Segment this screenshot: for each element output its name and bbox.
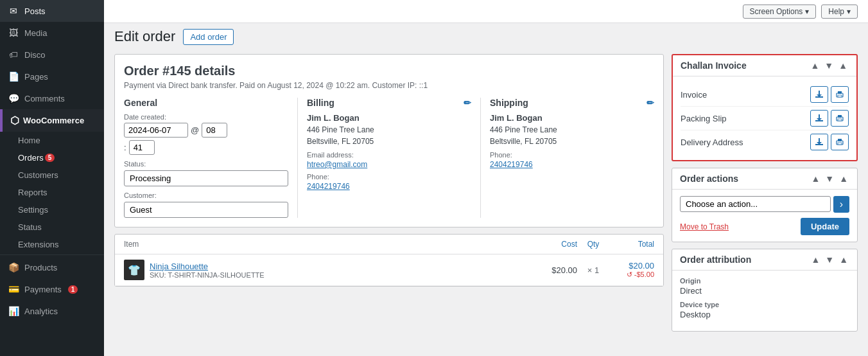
sidebar-item-woo-home[interactable]: Home (0, 132, 104, 149)
analytics-icon: 📊 (8, 305, 19, 317)
date-input[interactable] (124, 123, 188, 138)
woocommerce-header[interactable]: ⬡ WooCommerce (0, 109, 104, 132)
items-table-header: Item Cost Qty Total (115, 235, 663, 254)
delivery-download-button[interactable] (810, 134, 828, 150)
shipping-edit-icon[interactable]: ✏ (647, 98, 654, 108)
sidebar-item-woo-orders[interactable]: Orders 5 (0, 149, 104, 166)
orders-badge: 5 (45, 154, 55, 162)
order-actions-down-button[interactable]: ▼ (824, 174, 835, 184)
packing-print-button[interactable] (831, 110, 849, 127)
col-cost: Cost (532, 240, 577, 249)
order-attribution-header-btns: ▲ ▼ ▲ (810, 254, 849, 265)
customer-select[interactable]: Guest (124, 202, 288, 218)
challan-collapse-up-button[interactable]: ▲ (809, 60, 820, 71)
at-symbol: @ (191, 125, 199, 135)
item-sku: SKU: T-SHIRT-NINJA-SILHOUETTE (150, 271, 532, 279)
challan-toggle-button[interactable]: ▲ (837, 60, 849, 71)
status-select[interactable]: Processing Pending payment On hold Compl… (124, 170, 288, 186)
sidebar-item-woo-reports[interactable]: Reports (0, 184, 104, 201)
item-total-discount: ↺ -$5.00 (609, 271, 654, 279)
time-minute-row: : (124, 140, 288, 155)
origin-row: Origin Direct (680, 277, 849, 296)
help-button[interactable]: Help ▾ (821, 4, 858, 19)
sidebar-item-analytics[interactable]: 📊 Analytics (0, 300, 104, 322)
move-to-trash-link[interactable]: Move to Trash (680, 222, 729, 231)
origin-label: Origin (680, 277, 849, 285)
action-go-button[interactable]: › (833, 196, 849, 213)
svg-rect-4 (838, 91, 842, 94)
challan-invoice-body: Invoice (673, 76, 856, 160)
sidebar-item-woo-settings[interactable]: Settings (0, 201, 104, 218)
device-row: Device type Desktop (680, 301, 849, 319)
challan-collapse-down-button[interactable]: ▼ (823, 60, 835, 71)
print-icon (835, 90, 844, 99)
origin-value: Direct (680, 286, 849, 296)
billing-phone[interactable]: 2404219746 (307, 182, 471, 191)
billing-name: Jim L. Bogan (307, 113, 471, 123)
item-name[interactable]: Ninja Silhouette (150, 262, 532, 271)
customer-label: Customer: (124, 191, 288, 199)
item-cost: $20.00 (532, 265, 577, 275)
sidebar-section-bottom: 📦 Products 💳 Payments 1 📊 Analytics (0, 254, 104, 322)
attribution-toggle-button[interactable]: ▲ (838, 254, 849, 265)
table-row: 👕 Ninja Silhouette SKU: T-SHIRT-NINJA-SI… (115, 254, 663, 286)
attribution-up-button[interactable]: ▲ (810, 254, 821, 265)
svg-rect-7 (819, 114, 820, 119)
shipping-phone-label: Phone: (490, 151, 654, 159)
action-select-row: Choose an action... Email invoice / orde… (680, 196, 849, 213)
sidebar-item-disco[interactable]: 🏷 Disco (0, 44, 104, 66)
sidebar-item-woo-status[interactable]: Status (0, 218, 104, 236)
sidebar-item-woo-customers[interactable]: Customers (0, 166, 104, 184)
invoice-download-button[interactable] (810, 86, 828, 103)
billing-edit-icon[interactable]: ✏ (464, 98, 471, 108)
billing-email[interactable]: htreo@gmail.com (307, 160, 471, 169)
billing-phone-label: Phone: (307, 173, 471, 181)
shipping-name: Jim L. Bogan (490, 113, 654, 123)
sidebar-item-media[interactable]: 🖼 Media (0, 22, 104, 44)
svg-rect-5 (838, 95, 842, 97)
print-icon (835, 138, 844, 147)
shipping-section: Shipping ✏ Jim L. Bogan 446 Pine Tree La… (480, 98, 654, 218)
update-button[interactable]: Update (801, 218, 849, 235)
disco-icon: 🏷 (8, 49, 19, 60)
svg-rect-11 (838, 119, 842, 121)
delivery-print-button[interactable] (831, 134, 849, 150)
download-icon (815, 138, 824, 147)
order-actions-up-button[interactable]: ▲ (810, 174, 821, 184)
action-select[interactable]: Choose an action... Email invoice / orde… (680, 196, 831, 212)
order-actions-header: Order actions ▲ ▼ ▲ (672, 168, 857, 190)
time-hour-input[interactable] (202, 123, 227, 138)
date-field-row: @ (124, 123, 288, 138)
order-attribution-box: Order attribution ▲ ▼ ▲ Origin Direct De… (672, 249, 858, 332)
update-row: Move to Trash Update (680, 218, 849, 235)
sidebar-item-woo-extensions[interactable]: Extensions (0, 236, 104, 253)
sidebar-item-pages[interactable]: 📄 Pages (0, 66, 104, 87)
delivery-address-buttons (810, 134, 849, 150)
svg-rect-13 (819, 138, 820, 143)
billing-section: Billing ✏ Jim L. Bogan 446 Pine Tree Lan… (297, 98, 480, 218)
order-attribution-header: Order attribution ▲ ▼ ▲ (672, 249, 857, 271)
item-qty: × 1 (577, 265, 609, 275)
page-header: Edit order Add order (104, 23, 868, 48)
item-total: $20.00 ↺ -$5.00 (609, 261, 654, 279)
screen-options-button[interactable]: Screen Options ▾ (743, 4, 817, 19)
challan-invoice-box: Challan Invoice ▲ ▼ ▲ Invoice (672, 54, 858, 161)
packing-download-button[interactable] (810, 110, 828, 127)
download-icon (815, 90, 824, 99)
sidebar-item-comments[interactable]: 💬 Comments (0, 87, 104, 109)
order-actions-toggle-button[interactable]: ▲ (838, 174, 849, 184)
time-minute-input[interactable] (129, 140, 155, 155)
add-order-button[interactable]: Add order (183, 29, 234, 45)
topbar: Screen Options ▾ Help ▾ (104, 0, 868, 23)
sidebar-item-payments[interactable]: 💳 Payments 1 (0, 278, 104, 300)
challan-invoice-row: Invoice (681, 83, 849, 107)
comments-icon: 💬 (8, 93, 19, 104)
sidebar-item-posts[interactable]: ✉ Posts (0, 0, 104, 22)
attribution-down-button[interactable]: ▼ (824, 254, 835, 265)
sidebar-item-products[interactable]: 📦 Products (0, 256, 104, 278)
payments-icon: 💳 (8, 283, 19, 295)
col-qty: Qty (577, 240, 609, 249)
order-details-card: Order #145 details Payment via Direct ba… (114, 54, 664, 227)
invoice-print-button[interactable] (831, 86, 849, 103)
shipping-phone[interactable]: 2404219746 (490, 160, 654, 169)
